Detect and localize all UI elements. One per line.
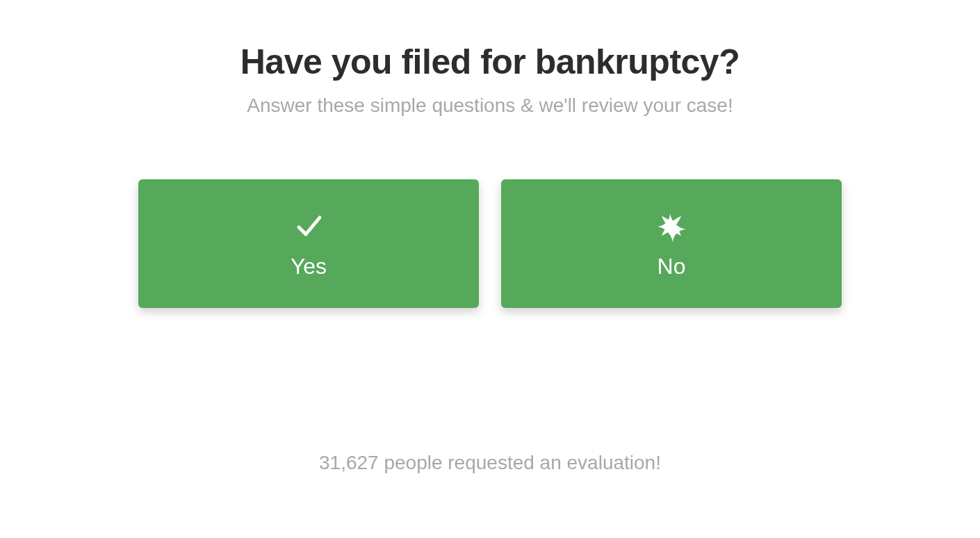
question-container: Have you filed for bankruptcy? Answer th… [0,0,980,308]
check-icon [291,208,327,244]
yes-label: Yes [291,254,327,279]
cross-icon [653,208,689,244]
no-button[interactable]: No [501,179,842,308]
question-subtitle: Answer these simple questions & we'll re… [247,95,733,117]
options-row: Yes No [0,179,980,308]
yes-button[interactable]: Yes [138,179,479,308]
footer-text: 31,627 people requested an evaluation! [0,452,980,474]
question-title: Have you filed for bankruptcy? [240,42,740,82]
no-label: No [658,254,686,279]
